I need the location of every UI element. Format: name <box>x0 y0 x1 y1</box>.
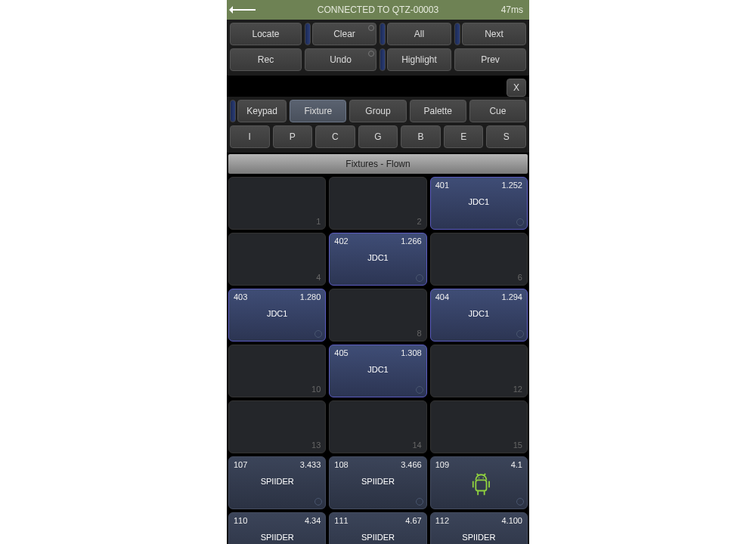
slot-number: 12 <box>513 385 522 394</box>
fixture-name: SPIIDER <box>229 533 325 542</box>
accent-strip <box>380 23 386 45</box>
slot-number: 13 <box>311 440 321 450</box>
fixture-cell[interactable]: 1094.1 <box>430 456 528 509</box>
fixture-cell[interactable]: 10 <box>228 345 326 397</box>
fixture-cell[interactable]: 4021.266JDC1 <box>329 233 426 286</box>
slot-number: 4 <box>316 273 321 282</box>
detail-dot-icon <box>516 498 524 505</box>
slot-number: 10 <box>311 385 321 394</box>
close-row: X <box>227 76 529 97</box>
fixture-id: 110 <box>234 516 247 525</box>
fixture-name: SPIIDER <box>431 533 527 542</box>
clear-button[interactable]: Clear <box>312 23 376 45</box>
slot-number: 2 <box>417 217 422 226</box>
fixture-cell[interactable]: 12 <box>430 345 528 397</box>
tab-palette[interactable]: Palette <box>410 100 466 122</box>
fixture-value: 4.67 <box>405 516 421 525</box>
fixture-cell[interactable]: 1 <box>228 177 326 230</box>
filter-s-button[interactable]: S <box>486 125 526 148</box>
fixture-id: 404 <box>435 292 449 301</box>
locate-button[interactable]: Locate <box>230 23 302 45</box>
all-button[interactable]: All <box>387 23 451 45</box>
svg-point-7 <box>479 478 480 479</box>
fixture-cell[interactable]: 15 <box>430 400 528 453</box>
filter-e-button[interactable]: E <box>444 125 484 148</box>
tab-group[interactable]: Group <box>349 100 406 122</box>
fixture-id: 405 <box>334 348 348 357</box>
tab-keypad[interactable]: Keypad <box>237 100 287 122</box>
fixture-cell[interactable]: 4011.252JDC1 <box>430 177 528 230</box>
filter-g-button[interactable]: G <box>358 125 398 148</box>
fixture-id: 109 <box>435 460 449 469</box>
back-button[interactable] <box>233 0 256 20</box>
fixture-value: 1.252 <box>501 181 522 190</box>
svg-point-8 <box>483 478 485 479</box>
fixture-name: JDC1 <box>431 309 527 318</box>
toolbar: LocateClearAllNext RecUndoHighlightPrev <box>227 20 529 76</box>
fixture-grid-wrap: 124011.252JDC144021.266JDC164031.280JDC1… <box>227 175 529 544</box>
filter-c-button[interactable]: C <box>315 125 355 148</box>
fixture-value: 1.308 <box>401 348 422 357</box>
fixture-value: 1.294 <box>501 292 522 301</box>
accent-strip <box>454 23 460 45</box>
tab-fixture[interactable]: Fixture <box>290 100 346 122</box>
fixture-cell[interactable]: 8 <box>329 289 426 342</box>
fixture-value: 3.466 <box>401 460 422 469</box>
toolbar-row-1: LocateClearAllNext <box>230 23 526 45</box>
latency-readout: 47ms <box>501 0 523 20</box>
fixture-cell[interactable]: 4041.294JDC1 <box>430 289 528 342</box>
fixture-cell[interactable]: 4031.280JDC1 <box>228 289 326 342</box>
fixture-value: 3.433 <box>300 460 321 469</box>
fixture-cell[interactable]: 13 <box>228 400 326 453</box>
detail-dot-icon <box>516 330 524 338</box>
slot-number: 6 <box>518 273 522 282</box>
fixture-name: JDC1 <box>431 197 527 206</box>
fixture-cell[interactable]: 1073.433SPIIDER <box>228 456 326 509</box>
detail-dot-icon <box>416 498 423 505</box>
tab-bar: KeypadFixtureGroupPaletteCue IPCGBES <box>227 97 529 153</box>
fixture-cell[interactable]: 4051.308JDC1 <box>329 345 426 397</box>
fixture-id: 108 <box>334 460 348 469</box>
fixture-name: JDC1 <box>330 253 426 262</box>
slot-number: 1 <box>316 217 321 226</box>
highlight-button[interactable]: Highlight <box>387 48 451 71</box>
detail-dot-icon <box>416 386 423 394</box>
filter-i-button[interactable]: I <box>230 125 270 148</box>
tab-cue[interactable]: Cue <box>469 100 526 122</box>
section-header: Fixtures - Flown <box>228 154 528 174</box>
detail-dot-icon <box>516 218 524 226</box>
fixture-value: 4.34 <box>305 516 321 525</box>
fixture-cell[interactable]: 2 <box>329 177 426 230</box>
fixture-id: 402 <box>334 236 348 246</box>
app-frame: CONNECTED TO QTZ-00003 47ms LocateClearA… <box>227 0 529 544</box>
fixture-cell[interactable]: 6 <box>430 233 528 286</box>
fixture-id: 403 <box>234 292 247 301</box>
status-bar: CONNECTED TO QTZ-00003 47ms <box>227 0 529 20</box>
fixture-cell[interactable]: 1083.466SPIIDER <box>329 456 426 509</box>
svg-line-5 <box>477 474 479 476</box>
fixture-cell[interactable]: 1114.67SPIIDER <box>329 512 426 544</box>
slot-number: 15 <box>513 440 522 450</box>
fixture-cell[interactable]: 4 <box>228 233 326 286</box>
filter-b-button[interactable]: B <box>401 125 441 148</box>
svg-line-6 <box>484 474 485 476</box>
filter-p-button[interactable]: P <box>273 125 313 148</box>
view-tabs: KeypadFixtureGroupPaletteCue <box>230 100 526 122</box>
undo-button[interactable]: Undo <box>305 48 376 71</box>
fixture-grid: 124011.252JDC144021.266JDC164031.280JDC1… <box>228 177 528 544</box>
rec-button[interactable]: Rec <box>230 48 302 71</box>
prev-button[interactable]: Prev <box>454 48 526 71</box>
next-button[interactable]: Next <box>462 23 526 45</box>
fixture-cell[interactable]: 14 <box>329 400 426 453</box>
fixture-name: JDC1 <box>330 365 426 374</box>
detail-dot-icon <box>314 330 322 338</box>
toolbar-row-2: RecUndoHighlightPrev <box>230 48 526 71</box>
filter-row: IPCGBES <box>230 125 526 148</box>
fixture-id: 111 <box>334 516 348 525</box>
detail-dot-icon <box>314 498 322 505</box>
fixture-cell[interactable]: 1104.34SPIIDER <box>228 512 326 544</box>
fixture-cell[interactable]: 1124.100SPIIDER <box>430 512 528 544</box>
close-button[interactable]: X <box>507 79 526 97</box>
fixture-name: JDC1 <box>229 309 325 318</box>
options-dot-icon <box>368 25 374 31</box>
